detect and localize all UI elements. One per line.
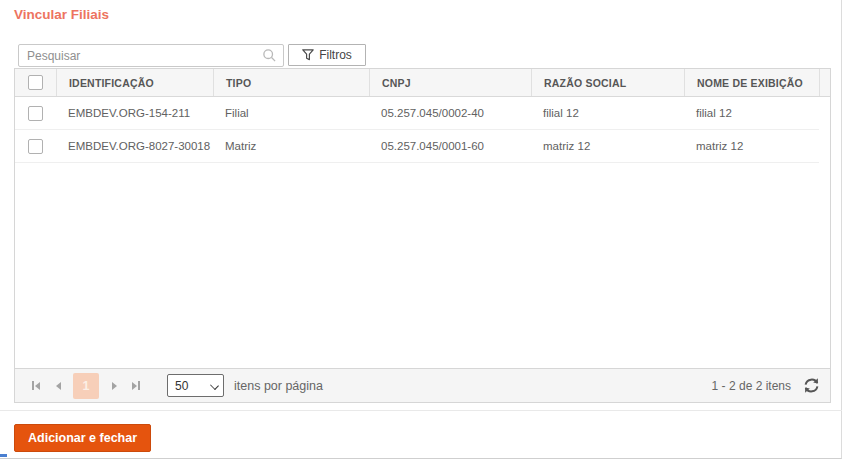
screen-artifact [0,454,7,457]
first-page-button[interactable] [25,375,47,397]
cell-identificacao: EMBDEV.ORG-154-211 [56,107,213,119]
footer-divider [0,410,842,411]
page-title: Vincular Filiais [14,7,109,22]
row-checkbox-cell [15,106,56,121]
scrollbar-gutter [819,69,830,96]
filters-button-label: Filtros [319,48,352,62]
cell-nome-exibicao: matriz 12 [684,140,819,152]
seek-first-icon [35,382,40,390]
cell-cnpj: 05.257.045/0002-40 [369,107,531,119]
row-checkbox[interactable] [28,139,43,154]
cell-nome-exibicao: filial 12 [684,107,819,119]
items-range-label: 1 - 2 de 2 itens [712,379,791,393]
cell-razao-social: matriz 12 [531,140,684,152]
search-input[interactable] [18,44,284,67]
row-checkbox[interactable] [28,106,43,121]
page-number-button[interactable]: 1 [73,373,99,399]
cell-cnpj: 05.257.045/0001-60 [369,140,531,152]
arrow-left-icon [56,382,61,390]
table-header-row: IDENTIFICAÇÃO TIPO CNPJ RAZÃO SOCIAL NOM… [15,69,830,97]
refresh-icon[interactable] [803,377,820,394]
page-size-label: itens por página [234,379,323,393]
table-row[interactable]: EMBDEV.ORG-8027-30018 Matriz 05.257.045/… [15,130,819,163]
filter-icon [302,49,314,61]
pager-right: 1 - 2 de 2 itens [712,377,820,394]
select-all-cell [15,69,56,96]
column-header-tipo[interactable]: TIPO [213,69,369,96]
column-header-nome-exibicao[interactable]: NOME DE EXIBIÇÃO [684,69,819,96]
table-row[interactable]: EMBDEV.ORG-154-211 Filial 05.257.045/000… [15,97,819,130]
add-and-close-button[interactable]: Adicionar e fechar [14,424,151,452]
page-size-select[interactable]: 50 [167,374,224,397]
cell-identificacao: EMBDEV.ORG-8027-30018 [56,140,213,152]
cell-tipo: Matriz [213,140,369,152]
pagination-bar: 1 50 itens por página 1 - 2 de 2 itens [15,368,830,402]
column-header-identificacao[interactable]: IDENTIFICAÇÃO [56,69,213,96]
search-icon [262,48,277,63]
cell-razao-social: filial 12 [531,107,684,119]
table-body: EMBDEV.ORG-154-211 Filial 05.257.045/000… [15,97,830,368]
page-size-select-wrap: 50 [167,374,224,397]
column-header-razao-social[interactable]: RAZÃO SOCIAL [531,69,684,96]
filiais-table: IDENTIFICAÇÃO TIPO CNPJ RAZÃO SOCIAL NOM… [14,68,831,403]
seek-last-icon [132,382,137,390]
cell-tipo: Filial [213,107,369,119]
next-page-button[interactable] [103,375,125,397]
last-page-button[interactable] [125,375,147,397]
filters-button[interactable]: Filtros [288,44,366,66]
previous-page-button[interactable] [47,375,69,397]
search-field-wrap [18,44,284,67]
arrow-right-icon [112,382,117,390]
select-all-checkbox[interactable] [28,75,43,90]
column-header-cnpj[interactable]: CNPJ [369,69,531,96]
row-checkbox-cell [15,139,56,154]
